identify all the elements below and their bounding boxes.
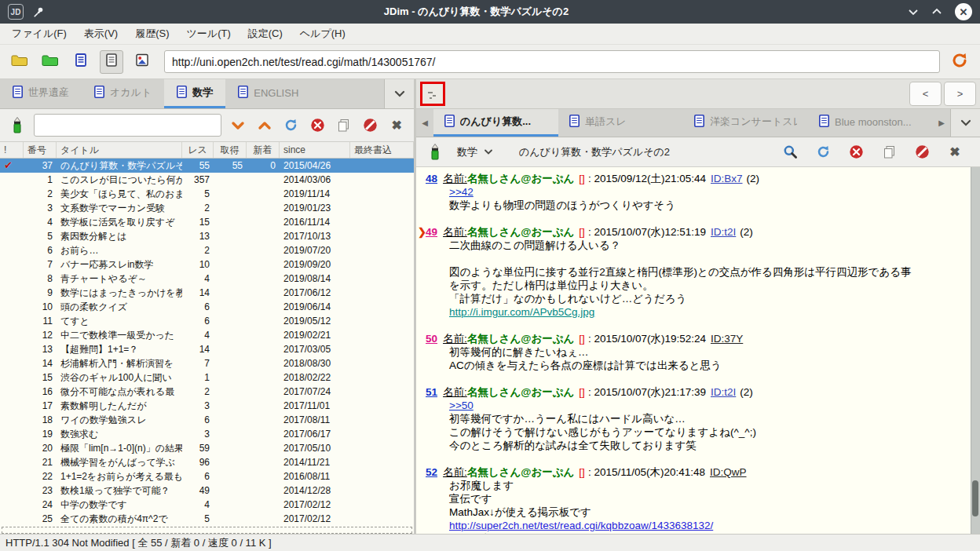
search-icon[interactable]	[780, 142, 800, 162]
close-search-icon[interactable]: ✖	[386, 115, 407, 136]
reload-button[interactable]	[947, 49, 972, 75]
table-row[interactable]: 10頭の柔軟クイズ62019/06/14	[0, 300, 414, 314]
scrollbar-thumb[interactable]	[972, 480, 978, 516]
table-row[interactable]: 18ワイの数学勉強スレ62017/08/11	[0, 413, 414, 427]
row-cell: 5	[24, 231, 57, 242]
url-link-visited[interactable]: http://i.imgur.com/APvb5Cg.jpg	[449, 306, 594, 318]
refresh-icon[interactable]	[281, 115, 302, 136]
table-row[interactable]: 21機械学習をがんばって学ぶ962014/11/21	[0, 455, 414, 469]
column-header[interactable]: レス	[182, 142, 214, 158]
board-tab-list-button[interactable]	[384, 79, 414, 108]
menu-item[interactable]: 履歴(S)	[126, 24, 177, 44]
thread-tab[interactable]: 洋楽コンサートスレ	[683, 109, 808, 137]
table-row[interactable]: 24中学の数学です42017/02/12	[0, 498, 414, 512]
abort-icon[interactable]	[360, 115, 381, 136]
copy-icon[interactable]	[879, 142, 899, 162]
table-row[interactable]: 6お前ら…22019/07/20	[0, 243, 414, 257]
table-row[interactable]: 3文系数学でマーカン受験22019/01/23	[0, 201, 414, 215]
table-row[interactable]: 20極限「lim[n→1-0](n)」の結果592017/05/10	[0, 441, 414, 455]
table-row[interactable]: 7バナー応募スレin数学102019/09/20	[0, 257, 414, 272]
abort-icon[interactable]	[912, 142, 932, 162]
table-row[interactable]: 1このスレが目についたら何か3572014/03/06	[0, 173, 414, 187]
table-row[interactable]: 5素因数分解とは132017/10/13	[0, 229, 414, 243]
stop-icon[interactable]	[307, 115, 327, 136]
search-up-button[interactable]	[254, 115, 275, 136]
copy-icon[interactable]	[334, 115, 354, 136]
board-search-input[interactable]	[34, 114, 221, 137]
table-row[interactable]: 16微分不可能な点が表れる最22017/07/24	[0, 385, 414, 399]
table-row[interactable]: 14杉浦解析入門・解析演習を72018/08/30	[0, 356, 414, 370]
table-row[interactable]: ✔37のんびり算数・数学パズルそ555502015/04/26	[0, 159, 414, 173]
board-view-button[interactable]	[69, 50, 93, 74]
table-row[interactable]: 15渋谷のギャル100人に聞い12018/02/22	[0, 370, 414, 385]
thread-list-header[interactable]: !番号タイトルレス取得新着since最終書込	[0, 142, 414, 159]
image-view-button[interactable]	[130, 50, 154, 74]
board-tab[interactable]: 世界遺産	[0, 79, 82, 108]
thread-view-button[interactable]	[100, 50, 123, 74]
post-number-link[interactable]: 52	[426, 466, 437, 478]
post-id-link[interactable]: ID:Bx7	[711, 173, 743, 184]
search-down-button[interactable]	[228, 115, 248, 136]
table-row[interactable]: 19数強求む32017/06/17	[0, 427, 414, 441]
scrollbar[interactable]	[971, 167, 980, 534]
column-header[interactable]: 番号	[24, 142, 57, 158]
table-row[interactable]: 23数検1級って独学で可能？492014/12/28	[0, 483, 414, 498]
thread-tab[interactable]: 単語スレ	[558, 109, 683, 137]
image-prev-button[interactable]: <	[909, 82, 942, 106]
app-icon[interactable]: JD	[8, 4, 24, 20]
menu-item[interactable]: ヘルプ(H)	[291, 24, 354, 44]
column-header[interactable]: 取得	[214, 142, 247, 158]
close-button[interactable]: ✕	[955, 3, 972, 20]
close-thread-icon[interactable]: ✖	[945, 142, 965, 162]
document-icon	[444, 115, 455, 130]
board-tab[interactable]: ENGLISH	[225, 79, 311, 108]
refresh-icon[interactable]	[813, 142, 833, 162]
board-tab[interactable]: 数学	[164, 79, 225, 108]
thread-tab-list-button[interactable]	[950, 109, 980, 137]
stop-icon[interactable]	[846, 142, 866, 162]
open-board-button[interactable]	[8, 50, 31, 74]
row-cell: 1	[24, 174, 57, 185]
menu-item[interactable]: 設定(C)	[240, 24, 291, 44]
image-next-button[interactable]: >	[944, 82, 976, 106]
post-number-link[interactable]: 50	[426, 333, 437, 345]
table-row[interactable]: 8青チャートやるぞ～42019/08/14	[0, 272, 414, 286]
table-row[interactable]: 2美少女「ほら見て、私のおま52019/11/14	[0, 187, 414, 201]
post-number-link[interactable]: 49	[426, 226, 437, 238]
tab-scroll-right-icon[interactable]: ▶	[933, 109, 950, 137]
table-row[interactable]: 25全ての素数の積が4π^2で52017/02/12	[0, 512, 414, 526]
table-row[interactable]: 9数学にはまったきっかけを教142017/06/12	[0, 286, 414, 300]
column-header[interactable]: 最終書込	[350, 142, 414, 158]
column-header[interactable]: 新着	[247, 142, 280, 158]
board-tab[interactable]: オカルト	[82, 79, 164, 108]
partial-table-row[interactable]	[2, 527, 412, 534]
menu-item[interactable]: 表示(V)	[75, 24, 126, 44]
table-row[interactable]: 13【超難問】1+1=？142017/03/05	[0, 342, 414, 356]
thread-tab[interactable]: のんびり算数...	[433, 109, 558, 137]
url-link[interactable]: http://super2ch.net/test/read.cgi/kqbbzo…	[449, 520, 713, 531]
image-tab-thumbnail[interactable]	[420, 82, 445, 106]
post-id-link[interactable]: ID:t2I	[711, 386, 736, 398]
post-number-link[interactable]: 51	[426, 386, 437, 398]
open-favorites-button[interactable]	[38, 50, 62, 74]
table-row[interactable]: 11てすと62019/05/12	[0, 314, 414, 328]
anchor-link[interactable]: >>50	[449, 400, 474, 411]
table-row[interactable]: 12中二で数検準一級受かった42019/02/21	[0, 328, 414, 342]
url-input[interactable]	[164, 50, 940, 73]
post-number-link[interactable]: 48	[426, 173, 437, 184]
column-header[interactable]: since	[280, 142, 350, 158]
board-jump-dropdown[interactable]: 数学	[452, 142, 498, 162]
table-row[interactable]: 4数学板に活気を取り戻すぞ152016/11/14	[0, 215, 414, 229]
post-id-link[interactable]: ID:t2I	[711, 226, 736, 238]
anchor-link[interactable]: >>42	[449, 186, 474, 198]
tab-scroll-left-icon[interactable]: ◀	[416, 109, 433, 137]
table-row[interactable]: 17素数解明したんだが32017/11/01	[0, 399, 414, 413]
minimize-button[interactable]	[908, 8, 919, 16]
column-header[interactable]: タイトル	[57, 142, 182, 158]
thread-tab[interactable]: Blue moonston...	[808, 109, 933, 137]
column-header[interactable]: !	[0, 142, 24, 158]
menu-item[interactable]: ツール(T)	[178, 24, 240, 44]
maximize-button[interactable]	[931, 8, 942, 16]
table-row[interactable]: 221+1=2をお前らが考える最も62016/08/11	[0, 469, 414, 483]
menu-item[interactable]: ファイル(F)	[3, 24, 75, 44]
